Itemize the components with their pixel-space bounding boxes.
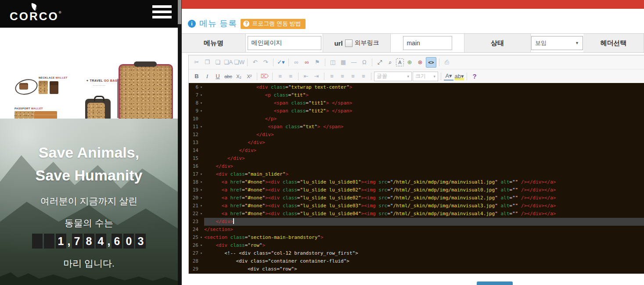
- copy-icon[interactable]: ❐: [202, 58, 212, 67]
- code-line-21[interactable]: 21▾<a href="#none"><div class="lu_slide …: [189, 202, 644, 210]
- fold-arrow-icon[interactable]: ▾: [198, 99, 204, 107]
- line-number: 14: [189, 147, 198, 155]
- fold-arrow-icon[interactable]: ▾: [198, 210, 204, 218]
- fold-arrow-icon[interactable]: ▾: [198, 170, 204, 178]
- info-icon: i: [188, 20, 196, 28]
- fold-arrow-icon[interactable]: ▾: [198, 107, 204, 115]
- code-line-12[interactable]: 12</div>: [189, 131, 644, 139]
- program-link-help-button[interactable]: ? 프로그램 연동 방법: [241, 19, 305, 29]
- toolbar-separator: [467, 72, 467, 80]
- italic-icon[interactable]: I: [202, 72, 212, 81]
- preview-scrollbar[interactable]: [178, 0, 181, 285]
- fold-arrow-icon[interactable]: ▾: [198, 123, 204, 131]
- redo-icon[interactable]: ↷: [261, 58, 270, 67]
- code-line-17[interactable]: 17▾<div class="main_slider">: [189, 170, 644, 178]
- bold-icon[interactable]: B: [192, 72, 201, 81]
- code-line-15[interactable]: 15</div>: [189, 155, 644, 162]
- cut-icon[interactable]: ✂: [192, 58, 201, 67]
- hamburger-menu-icon[interactable]: [152, 5, 172, 23]
- align-left-icon[interactable]: ≡: [327, 72, 337, 81]
- bullet-list-icon[interactable]: ≡: [286, 72, 295, 81]
- remove-comment-icon[interactable]: ⊗: [415, 58, 425, 67]
- subscript-icon[interactable]: X₂: [234, 72, 244, 81]
- menu-form-row: 메뉴명 url 외부링크 상태 보임 ▼ 헤더선택: [182, 33, 644, 53]
- code-line-16[interactable]: 16</div>: [189, 162, 644, 170]
- fold-arrow-icon[interactable]: ▾: [198, 234, 204, 242]
- code-line-7[interactable]: 7▾<p class="tit">: [189, 91, 644, 99]
- fold-arrow-icon[interactable]: ▾: [198, 249, 204, 257]
- source-button[interactable]: <>: [426, 57, 436, 68]
- fold-arrow-icon[interactable]: ▾: [198, 242, 204, 249]
- print-icon[interactable]: ⎙: [442, 58, 452, 67]
- fold-arrow-icon[interactable]: ▾: [198, 186, 204, 194]
- size-dropdown[interactable]: 크기▾: [413, 72, 438, 81]
- remove-format-icon[interactable]: ⌦: [260, 72, 270, 81]
- code-line-18[interactable]: 18▾<a href="#none"><div class="lu_slide …: [189, 178, 644, 186]
- image-icon[interactable]: ◫: [328, 58, 338, 67]
- code-line-11[interactable]: 11▾<span class="txt"> </span>: [189, 123, 644, 131]
- select-all-icon[interactable]: A: [396, 58, 404, 66]
- about-icon[interactable]: ?: [470, 72, 479, 81]
- fold-arrow-icon[interactable]: ▾: [198, 178, 204, 186]
- product-slider[interactable]: NECKLACE WALLET PASSPORT WALLET ✦ TRAVEL…: [0, 28, 178, 119]
- fold-arrow-icon[interactable]: ▾: [198, 194, 204, 202]
- paste-text-icon[interactable]: ❏A: [223, 58, 233, 67]
- toolbar-separator: [371, 72, 371, 80]
- code-line-13[interactable]: 13</div>: [189, 139, 644, 147]
- preview-scrollbar-thumb[interactable]: [178, 0, 181, 24]
- spellcheck-icon[interactable]: ✓▾: [276, 58, 286, 67]
- code-lines[interactable]: 6▾<div class="txtwrap text-center">7▾<p …: [189, 83, 644, 274]
- code-line-23[interactable]: 23</div>: [189, 218, 644, 226]
- code-line-20[interactable]: 20▾<a href="#none"><div class="lu_slide …: [189, 194, 644, 202]
- site-header: CORCO®: [0, 0, 178, 28]
- align-right-icon[interactable]: ≡: [348, 72, 358, 81]
- code-line-10[interactable]: 10</p>: [189, 115, 644, 123]
- code-line-22[interactable]: 22▾<a href="#none"><div class="lu_slide …: [189, 210, 644, 218]
- hero-title-line2: Save Humanity: [0, 167, 178, 184]
- paste-icon[interactable]: ❏: [213, 58, 223, 67]
- text-color-icon[interactable]: A▾: [444, 72, 453, 81]
- menu-name-input[interactable]: [248, 36, 321, 50]
- unlink-icon[interactable]: ∞: [302, 58, 312, 67]
- external-link-checkbox[interactable]: [345, 40, 353, 47]
- fold-arrow-icon[interactable]: ▾: [198, 83, 204, 91]
- status-select[interactable]: 보임 ▼: [531, 36, 583, 50]
- superscript-icon[interactable]: X²: [245, 72, 254, 81]
- code-line-6[interactable]: 6▾<div class="txtwrap text-center">: [189, 83, 644, 91]
- code-line-26[interactable]: 26▾<div class="row">: [189, 242, 644, 249]
- code-line-14[interactable]: 14</div>: [189, 147, 644, 155]
- code-line-19[interactable]: 19▾<a href="#none"><div class="lu_slide …: [189, 186, 644, 194]
- code-line-29[interactable]: 29<div class="row">: [189, 265, 644, 273]
- font-dropdown[interactable]: 글꼴▾: [374, 72, 412, 81]
- indent-icon[interactable]: ⇥: [312, 72, 321, 81]
- code-line-30[interactable]: 30<div class="col-12 col-xl-7 brandstory…: [189, 273, 644, 274]
- numbered-list-icon[interactable]: ≡: [275, 72, 285, 81]
- maximize-icon[interactable]: ⤢: [375, 58, 385, 67]
- align-justify-icon[interactable]: ≡: [359, 72, 368, 81]
- code-line-25[interactable]: 25▾<section class="section-main-brandsto…: [189, 234, 644, 242]
- table-icon[interactable]: ▦: [338, 58, 348, 67]
- fold-arrow-icon[interactable]: ▾: [198, 91, 204, 99]
- find-icon[interactable]: ⌕: [385, 58, 395, 67]
- link-icon[interactable]: ∞: [291, 58, 301, 67]
- paste-word-icon[interactable]: ❏W: [234, 58, 245, 67]
- anchor-flag-icon[interactable]: ⚑: [313, 58, 322, 67]
- align-center-icon[interactable]: ≡: [338, 72, 347, 81]
- outdent-icon[interactable]: ⇤: [301, 72, 311, 81]
- url-input[interactable]: [403, 36, 452, 50]
- code-line-8[interactable]: 8▾<span class="tit1"> </span>: [189, 99, 644, 107]
- code-line-28[interactable]: 28<div class="container container-fluid"…: [189, 257, 644, 265]
- add-comment-icon[interactable]: ⊕: [405, 58, 414, 67]
- strikethrough-icon[interactable]: abc: [223, 72, 233, 81]
- corco-logo[interactable]: CORCO®: [10, 3, 61, 22]
- undo-icon[interactable]: ↶: [250, 58, 260, 67]
- code-line-27[interactable]: 27▾<!-- <div class="col-12 brandstory_ro…: [189, 249, 644, 257]
- underline-icon[interactable]: U: [213, 72, 223, 81]
- special-char-icon[interactable]: Ω: [360, 58, 369, 67]
- code-line-24[interactable]: 24</section>: [189, 226, 644, 234]
- bg-color-icon[interactable]: ab▾: [454, 72, 464, 80]
- code-line-9[interactable]: 9▾<span class="tit2"> </span>: [189, 107, 644, 115]
- save-button[interactable]: 저장하기: [477, 281, 513, 285]
- horizontal-line-icon[interactable]: ―: [349, 58, 359, 67]
- fold-arrow-icon[interactable]: ▾: [198, 202, 204, 210]
